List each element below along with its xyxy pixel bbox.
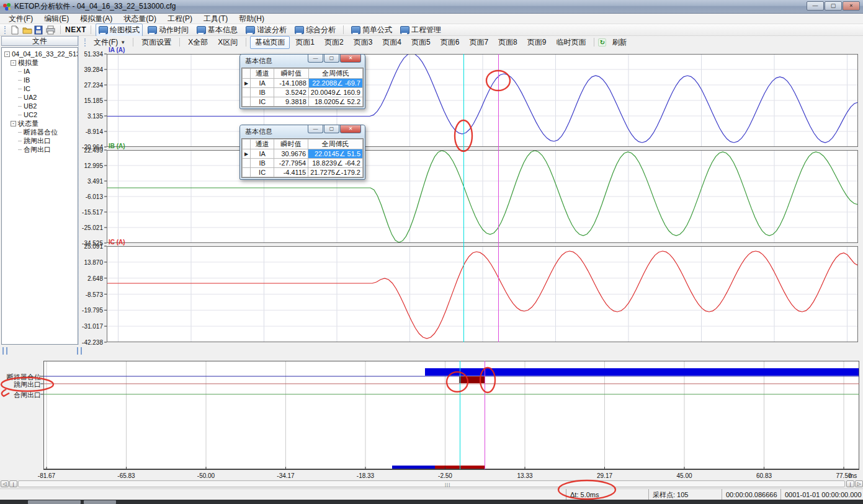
tree-group-状态量[interactable]: -状态量 bbox=[4, 119, 78, 128]
instant-value-cell: -27.7954 bbox=[274, 159, 308, 168]
toolbar-button-6[interactable]: 工程管理 bbox=[397, 24, 444, 37]
collapse-icon[interactable]: - bbox=[11, 121, 16, 126]
refresh-icon[interactable]: ↻ bbox=[598, 38, 606, 46]
table-row[interactable]: IC9.381818.0205∠ 52.2 bbox=[243, 97, 363, 107]
sidebar-header[interactable]: 文件 bbox=[1, 36, 78, 46]
tree-item-UC2[interactable]: UC2 bbox=[4, 110, 78, 119]
toolbar-grip[interactable] bbox=[4, 26, 7, 34]
new-file-icon[interactable] bbox=[11, 25, 20, 35]
scroll-right-button[interactable]: ▷ bbox=[855, 480, 863, 487]
window-title: KETOP.分析软件 - 04_04_16_33_22_513000.cfg bbox=[14, 1, 176, 12]
scroll-step-left-button[interactable]: | bbox=[9, 480, 17, 487]
channel-label-IC: IC (A) bbox=[109, 239, 125, 245]
restore-button[interactable]: ▢ bbox=[825, 1, 842, 11]
scrollbar-thumb[interactable]: ||| bbox=[445, 482, 450, 487]
scrollbar-track[interactable]: ||| bbox=[18, 480, 845, 487]
column-header[interactable]: 通道 bbox=[251, 139, 274, 149]
toolbar-button-1[interactable]: 动作时间 bbox=[145, 24, 192, 37]
toolbar-button-4[interactable]: 综合分析 bbox=[292, 24, 339, 37]
tab-页面6[interactable]: 页面6 bbox=[436, 37, 464, 48]
cursor-magenta-bottom[interactable] bbox=[485, 361, 485, 469]
dialog-minimize-button[interactable]: — bbox=[308, 55, 323, 63]
instant-value-cell: 3.5242 bbox=[274, 88, 308, 97]
scroll-left-button[interactable]: ◁ bbox=[1, 480, 9, 487]
table-row[interactable]: ▶IA30.967622.0145∠ 51.5 bbox=[243, 149, 363, 159]
table-row[interactable]: IB-27.795418.8239∠ -64.2 bbox=[243, 159, 363, 168]
tree-item-UB2[interactable]: UB2 bbox=[4, 102, 78, 110]
collapse-icon[interactable]: - bbox=[11, 60, 16, 66]
tree-item-断路器合位[interactable]: 断路器合位 bbox=[4, 128, 78, 136]
dialog-close-button[interactable]: ✕ bbox=[340, 55, 361, 63]
toolbar-button-3[interactable]: 谐波分析 bbox=[243, 24, 290, 37]
chart-icon bbox=[351, 26, 360, 34]
minimize-button[interactable]: — bbox=[807, 1, 824, 11]
column-header[interactable]: 瞬时值 bbox=[274, 69, 308, 79]
tab-页面5[interactable]: 页面5 bbox=[407, 37, 435, 48]
tab-页面8[interactable]: 页面8 bbox=[494, 37, 522, 48]
tree-root-label: 04_04_16_33_22_513000.c bbox=[12, 50, 78, 58]
x-tick-label: 29.17 bbox=[597, 472, 612, 479]
tabbar-grip[interactable] bbox=[84, 38, 87, 46]
tab-页面设置[interactable]: 页面设置 bbox=[137, 37, 176, 48]
save-icon[interactable] bbox=[34, 25, 44, 35]
tree-item-UA2[interactable]: UA2 bbox=[4, 93, 78, 102]
column-header[interactable]: 瞬时值 bbox=[274, 139, 308, 149]
dialog-close-button[interactable]: ✕ bbox=[340, 125, 361, 133]
tab-页面4[interactable]: 页面4 bbox=[378, 37, 406, 48]
cursor-magenta-top[interactable] bbox=[498, 54, 499, 342]
column-header[interactable]: 全周傅氏 bbox=[308, 139, 363, 149]
cursor-cyan-bottom[interactable] bbox=[460, 361, 460, 469]
tree-item-合闸出口[interactable]: 合闸出口 bbox=[4, 145, 78, 154]
menu-item-1[interactable]: 编辑(E) bbox=[39, 13, 74, 25]
instant-value-cell: 30.9676 bbox=[274, 149, 308, 159]
h-splitter-grip[interactable] bbox=[77, 347, 82, 355]
print-icon[interactable] bbox=[46, 25, 56, 35]
tree-item-跳闸出口[interactable]: 跳闸出口 bbox=[4, 136, 78, 145]
tab-临时页面[interactable]: 临时页面 bbox=[552, 37, 590, 48]
cursor-cyan-top[interactable] bbox=[463, 54, 464, 342]
tab-页面9[interactable]: 页面9 bbox=[523, 37, 551, 48]
x-tick-label: 13.33 bbox=[517, 472, 532, 479]
tab-基础页面[interactable]: 基础页面 bbox=[250, 36, 290, 49]
page-tab-bar: 文件(F)▼ 页面设置X全部X区间基础页面页面1页面2页面3页面4页面5页面6页… bbox=[81, 36, 863, 48]
scroll-step-right-button[interactable]: | bbox=[846, 480, 854, 487]
toolbar-button-5[interactable]: 简单公式 bbox=[348, 24, 395, 37]
tree-root[interactable]: -04_04_16_33_22_513000.c bbox=[4, 50, 78, 58]
open-folder-icon[interactable] bbox=[22, 25, 32, 35]
toolbar-button-0[interactable]: 绘图模式 bbox=[96, 24, 143, 37]
tab-页面2[interactable]: 页面2 bbox=[320, 37, 348, 48]
instant-value-cell: -14.1088 bbox=[274, 79, 308, 88]
tree-group-模拟量[interactable]: -模拟量 bbox=[4, 58, 78, 67]
tab-X全部[interactable]: X全部 bbox=[184, 37, 212, 48]
tree-connector bbox=[18, 106, 22, 107]
tree-item-IA[interactable]: IA bbox=[4, 67, 78, 76]
dialog-maximize-button[interactable]: ▢ bbox=[324, 55, 339, 63]
dialog-maximize-button[interactable]: ▢ bbox=[324, 125, 339, 133]
instant-value-cell: -4.4115 bbox=[274, 168, 308, 177]
chart-icon bbox=[148, 26, 157, 34]
table-row[interactable]: IC-4.411521.7275∠-179.2 bbox=[243, 168, 363, 177]
menu-item-0[interactable]: 文件(F) bbox=[4, 13, 38, 25]
refresh-button[interactable]: 刷新 bbox=[607, 37, 631, 48]
next-button[interactable]: NEXT bbox=[65, 25, 86, 34]
tree-item-IC[interactable]: IC bbox=[4, 84, 78, 93]
info-dialog-0[interactable]: 基本信息—▢✕通道瞬时值全周傅氏▶IA-14.108822.2088∠ -69.… bbox=[239, 54, 365, 109]
info-dialog-1[interactable]: 基本信息—▢✕通道瞬时值全周傅氏▶IA30.967622.0145∠ 51.5I… bbox=[239, 125, 365, 180]
toolbar-button-2[interactable]: 基本信息 bbox=[194, 24, 241, 37]
table-row[interactable]: IB3.524220.0049∠ 160.9 bbox=[243, 88, 363, 97]
tab-页面1[interactable]: 页面1 bbox=[291, 37, 319, 48]
tab-X区间[interactable]: X区间 bbox=[213, 37, 242, 48]
horizontal-scrollbar: ◁ | ||| | ▷ bbox=[0, 480, 863, 488]
table-row[interactable]: ▶IA-14.108822.2088∠ -69.7 bbox=[243, 79, 363, 88]
tab-页面3[interactable]: 页面3 bbox=[349, 37, 377, 48]
column-header[interactable]: 全周傅氏 bbox=[308, 69, 362, 79]
h-splitter-grip[interactable] bbox=[2, 347, 7, 355]
tab-页面7[interactable]: 页面7 bbox=[465, 37, 493, 48]
column-header[interactable]: 通道 bbox=[251, 69, 274, 79]
y-tick-label: 2.648 bbox=[78, 275, 103, 282]
tree-connector bbox=[18, 97, 22, 98]
collapse-icon[interactable]: - bbox=[4, 51, 10, 57]
dialog-minimize-button[interactable]: — bbox=[308, 125, 323, 133]
tree-item-IB[interactable]: IB bbox=[4, 76, 78, 84]
close-button[interactable]: × bbox=[843, 1, 860, 11]
